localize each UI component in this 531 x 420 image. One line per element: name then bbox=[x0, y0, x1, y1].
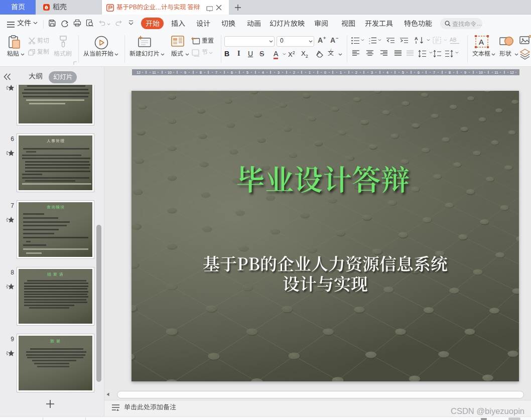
svg-text:A: A bbox=[479, 38, 484, 46]
svg-text:A: A bbox=[415, 36, 418, 41]
svg-text:AB: AB bbox=[450, 37, 457, 43]
